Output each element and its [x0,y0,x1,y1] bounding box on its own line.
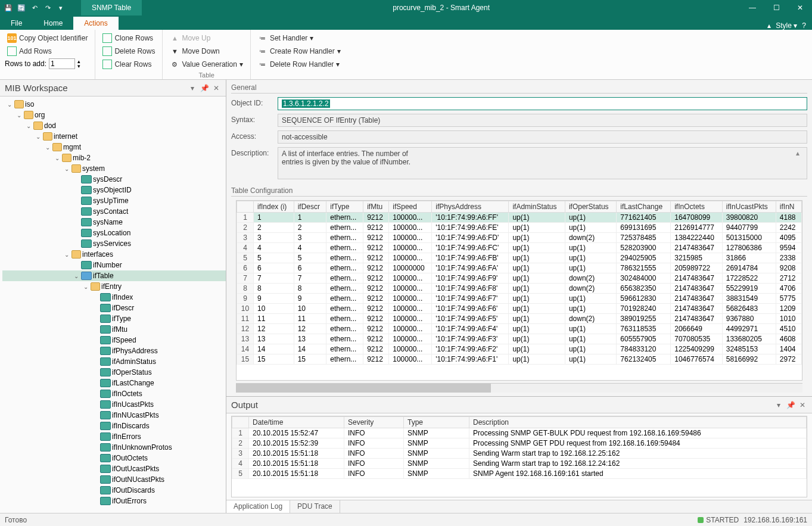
col-header[interactable]: ifDescr [294,201,326,213]
tree-node-ifOperStatus[interactable]: ifOperStatus [2,367,226,378]
tree-node-ifInErrors[interactable]: ifInErrors [2,431,226,442]
table-configuration[interactable]: ifIndex (i)ifDescrifTypeifMtuifSpeedifPh… [236,200,802,381]
clone-rows-button[interactable]: Clone Rows [100,32,157,44]
tree-node-ifOutErrors[interactable]: ifOutErrors [2,496,226,506]
delete-rows-button[interactable]: Delete Rows [100,45,157,57]
tree-node-ifInUcastPkts[interactable]: ifInUcastPkts [2,399,226,410]
table-row[interactable]: 141414ethern...9212100000...'10:1F:74:99… [237,344,802,354]
tree-node-sysLocation[interactable]: sysLocation [2,228,226,238]
tree-node-sysUpTime[interactable]: sysUpTime [2,195,226,206]
output-close-icon[interactable]: ✕ [798,400,807,410]
col-header[interactable]: ifAdminStatus [509,201,565,213]
panel-options-icon[interactable]: ▾ [188,83,197,93]
maximize-button[interactable]: ☐ [764,0,788,15]
tree-node-ifInUnknownProtos[interactable]: ifInUnknownProtos [2,442,226,453]
style-dropdown[interactable]: Style ▾ [776,21,797,30]
tree-node-interfaces[interactable]: ⌄interfaces [2,249,226,260]
help-icon[interactable]: ? [802,21,806,30]
tree-node-ifPhysAddress[interactable]: ifPhysAddress [2,346,226,356]
tree-node-mgmt[interactable]: ⌄mgmt [2,142,226,152]
tab-file[interactable]: File [0,17,33,30]
tree-node-ifOutNUcastPkts[interactable]: ifOutNUcastPkts [2,474,226,485]
tab-application-log[interactable]: Application Log [226,500,290,513]
tree-node-sysDescr[interactable]: sysDescr [2,174,226,185]
tree-node-system[interactable]: ⌄system [2,163,226,174]
table-row[interactable]: 777ethern...9212100000...'10:1F:74:99:A6… [237,273,802,284]
table-row[interactable]: 111111ethern...9212100000...'10:1F:74:99… [237,314,802,324]
col-header[interactable]: ifLastChange [617,201,671,213]
object-id-field[interactable]: 1.3.6.1.2.1.2.2 [278,97,807,110]
tree-node-ifAdminStatus[interactable]: ifAdminStatus [2,356,226,367]
add-rows-button[interactable]: Add Rows [5,45,90,57]
create-row-handler-button[interactable]: ≔Create Row Handler ▾ [256,45,343,57]
rows-to-add-input[interactable] [49,58,75,69]
table-row[interactable]: 999ethern...9212100000...'10:1F:74:99:A6… [237,294,802,304]
tree-node-sysObjectID[interactable]: sysObjectID [2,185,226,195]
table-row[interactable]: 666ethern...921210000000'10:1F:74:99:A6:… [237,263,802,273]
table-row[interactable]: 151515ethern...9212100000...'10:1F:74:99… [237,354,802,365]
output-options-icon[interactable]: ▾ [774,400,783,410]
context-tab-snmp-table[interactable]: SNMP Table [81,0,142,15]
table-row[interactable]: 111ethern...9212100000...'10:1F:74:99:A6… [237,213,802,223]
col-header[interactable]: ifType [326,201,363,213]
tree-node-ifOutOctets[interactable]: ifOutOctets [2,453,226,463]
tree-node-ifIndex[interactable]: ifIndex [2,292,226,303]
col-header[interactable]: ifInUcastPkts [722,201,776,213]
horizontal-scrollbar[interactable] [236,383,802,393]
output-table[interactable]: Date/timeSeverityTypeDescription120.10.2… [231,416,807,497]
tree-node-ifOutDiscards[interactable]: ifOutDiscards [2,485,226,496]
set-handler-button[interactable]: ≔Set Handler ▾ [256,32,343,44]
copy-object-identifier-button[interactable]: 101Copy Object Identifier [5,32,90,44]
out-col-header[interactable]: Description [469,417,807,428]
out-col-header[interactable]: Date/time [249,417,344,428]
tree-node-iso[interactable]: ⌄iso [2,99,226,110]
table-row[interactable]: 444ethern...9212100000...'10:1F:74:99:A6… [237,243,802,253]
tree-node-ifSpeed[interactable]: ifSpeed [2,335,226,346]
redo-icon[interactable]: ↷ [43,3,52,13]
table-row[interactable]: 555ethern...9212100000...'10:1F:74:99:A6… [237,253,802,263]
tree-node-ifNumber[interactable]: ifNumber [2,260,226,270]
output-row[interactable]: 520.10.2015 15:51:18INFOSNMPSNMP Agent 1… [232,469,807,479]
pin-icon[interactable]: 📌 [200,83,209,93]
close-button[interactable]: ✕ [788,0,812,15]
output-row[interactable]: 220.10.2015 15:52:39INFOSNMPProcessing S… [232,438,807,449]
tree-node-sysName[interactable]: sysName [2,217,226,228]
tree-node-ifEntry[interactable]: ⌄ifEntry [2,281,226,292]
table-row[interactable]: 101010ethern...9212100000...'10:1F:74:99… [237,304,802,314]
output-row[interactable]: 120.10.2015 15:52:47INFOSNMPProcessing S… [232,428,807,438]
col-header[interactable]: ifMtu [363,201,389,213]
collapse-ribbon-icon[interactable]: ▴ [767,21,771,30]
tree-node-ifDescr[interactable]: ifDescr [2,303,226,313]
value-generation-button[interactable]: ⚙Value Generation ▾ [167,58,245,70]
spin-icon[interactable]: ▴▾ [77,59,80,69]
mib-tree[interactable]: ⌄iso⌄org⌄dod⌄internet⌄mgmt⌄mib-2⌄systems… [0,97,226,513]
minimize-button[interactable]: — [741,0,764,15]
tab-actions[interactable]: Actions [73,17,118,30]
col-header[interactable]: ifOperStatus [565,201,616,213]
tree-node-ifLastChange[interactable]: ifLastChange [2,378,226,388]
table-row[interactable]: 333ethern...9212100000...'10:1F:74:99:A6… [237,233,802,243]
reconnect-icon[interactable]: 🔄 [17,3,26,13]
col-header[interactable]: ifIndex (i) [254,201,294,213]
delete-row-handler-button[interactable]: ≔Delete Row Handler ▾ [256,58,343,70]
out-col-header[interactable]: Type [404,417,469,428]
col-header[interactable]: ifInOctets [671,201,723,213]
tab-pdu-trace[interactable]: PDU Trace [290,500,340,513]
tree-node-ifType[interactable]: ifType [2,313,226,324]
panel-close-icon[interactable]: ✕ [211,83,221,93]
save-icon[interactable]: 💾 [4,3,13,13]
tree-node-org[interactable]: ⌄org [2,110,226,120]
tree-node-dod[interactable]: ⌄dod [2,120,226,131]
output-row[interactable]: 420.10.2015 15:51:18INFOSNMPSending Warm… [232,459,807,469]
table-row[interactable]: 131313ethern...9212100000...'10:1F:74:99… [237,334,802,344]
tab-home[interactable]: Home [33,17,73,30]
description-field[interactable]: A list of interface entries. The number … [278,147,807,179]
tree-node-ifTable[interactable]: ⌄ifTable [2,270,226,281]
tree-node-ifInOctets[interactable]: ifInOctets [2,388,226,399]
tree-node-internet[interactable]: ⌄internet [2,131,226,142]
table-row[interactable]: 121212ethern...9212100000...'10:1F:74:99… [237,324,802,334]
tree-node-ifOutUcastPkts[interactable]: ifOutUcastPkts [2,463,226,474]
move-down-button[interactable]: ▼Move Down [167,45,245,57]
col-header[interactable]: ifPhysAddress [432,201,509,213]
tree-node-sysServices[interactable]: sysServices [2,238,226,249]
